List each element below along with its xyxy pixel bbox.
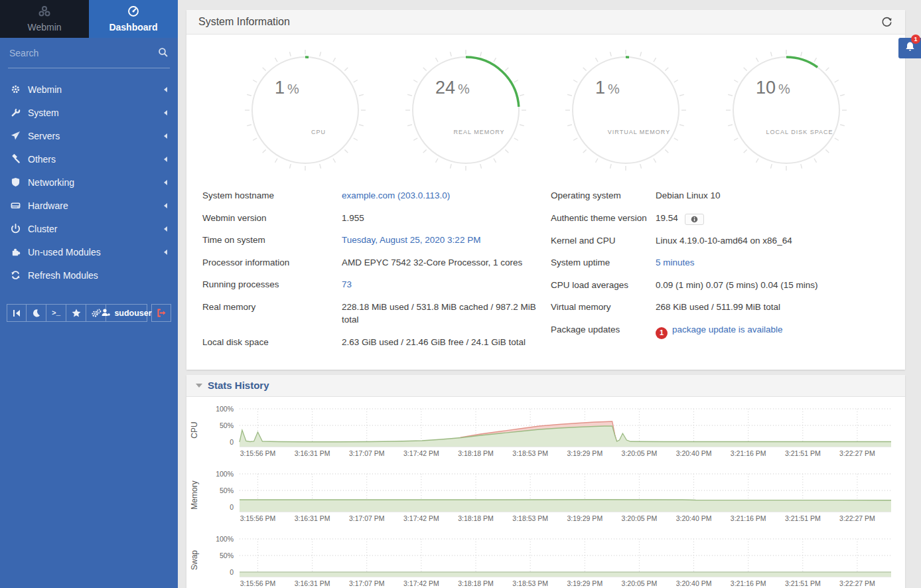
refresh-page-icon[interactable] xyxy=(881,16,893,29)
username-label: sudouser xyxy=(114,309,151,318)
stats-history-title[interactable]: Stats History xyxy=(208,380,269,391)
collapse-sidebar-button[interactable] xyxy=(7,304,27,322)
puzzle-icon xyxy=(11,247,28,257)
svg-text:3:20:05 PM: 3:20:05 PM xyxy=(622,514,658,522)
sidebar-item-system[interactable]: System xyxy=(0,101,178,124)
svg-text:3:17:07 PM: 3:17:07 PM xyxy=(349,514,385,522)
svg-text:3:21:16 PM: 3:21:16 PM xyxy=(731,449,766,457)
svg-text:3:22:27 PM: 3:22:27 PM xyxy=(839,579,875,587)
svg-text:LOCAL DISK SPACE: LOCAL DISK SPACE xyxy=(766,129,833,135)
info-value: 1.955 xyxy=(342,212,536,225)
search-input[interactable] xyxy=(8,45,170,61)
svg-text:3:20:05 PM: 3:20:05 PM xyxy=(622,449,658,457)
info-value: 0.09 (1 min) 0.07 (5 mins) 0.04 (15 mins… xyxy=(656,279,892,292)
svg-text:3:22:27 PM: 3:22:27 PM xyxy=(839,514,875,522)
night-mode-button[interactable] xyxy=(27,304,46,322)
svg-text:3:21:51 PM: 3:21:51 PM xyxy=(785,579,821,587)
svg-text:3:18:18 PM: 3:18:18 PM xyxy=(458,579,494,587)
info-value-link[interactable]: 5 minutes xyxy=(656,257,695,267)
sidebar-item-un-used-modules[interactable]: Un-used Modules xyxy=(0,240,178,263)
svg-text:24%: 24% xyxy=(435,78,470,98)
collapse-chevron-icon[interactable] xyxy=(196,384,202,388)
tab-webmin[interactable]: Webmin xyxy=(0,0,89,38)
sidebar-item-hardware[interactable]: Hardware xyxy=(0,194,178,217)
svg-text:Memory: Memory xyxy=(190,480,199,509)
info-row: System hostnameexample.com (203.0.113.0) xyxy=(202,184,536,207)
info-row: Operating systemDebian Linux 10 xyxy=(551,184,892,207)
svg-text:3:16:31 PM: 3:16:31 PM xyxy=(295,514,330,522)
sidebar-item-label: Networking xyxy=(28,177,164,188)
info-value: 268 KiB used / 511.99 MiB total xyxy=(656,301,892,314)
info-row: Running processes73 xyxy=(202,273,536,296)
sidebar-item-label: Servers xyxy=(28,131,164,141)
svg-text:3:21:16 PM: 3:21:16 PM xyxy=(731,514,766,522)
sidebar-item-webmin[interactable]: Webmin xyxy=(0,78,178,101)
sidebar-item-refresh-modules[interactable]: Refresh Modules xyxy=(0,263,178,287)
gavel-icon xyxy=(11,154,28,164)
info-label: Kernel and CPU xyxy=(551,234,656,248)
theme-info-button[interactable] xyxy=(685,214,704,225)
chevron-left-icon xyxy=(164,133,167,139)
user-account-button[interactable]: sudouser xyxy=(106,304,147,322)
chevron-left-icon xyxy=(164,180,167,185)
dashboard-gauge-icon xyxy=(127,5,139,19)
svg-text:100%: 100% xyxy=(216,470,234,478)
info-row: Authentic theme version19.54 xyxy=(551,207,892,230)
gauge-cpu: 1%CPU xyxy=(241,46,370,174)
paper-plane-icon xyxy=(11,131,28,141)
info-row: Package updates1package update is availa… xyxy=(551,319,892,344)
info-value: 2.63 GiB used / 21.46 GiB free / 24.1 Gi… xyxy=(342,336,536,349)
sidebar-item-networking[interactable]: Networking xyxy=(0,171,178,194)
chevron-left-icon xyxy=(164,157,167,162)
info-value-link[interactable]: example.com (203.0.113.0) xyxy=(342,190,450,200)
svg-text:1%: 1% xyxy=(595,78,620,98)
svg-text:3:16:31 PM: 3:16:31 PM xyxy=(295,449,330,457)
info-label: Local disk space xyxy=(202,336,342,349)
sidebar-item-others[interactable]: Others xyxy=(0,147,178,171)
chevron-left-icon xyxy=(164,110,167,115)
info-row: System uptime5 minutes xyxy=(551,252,892,274)
sidebar-item-servers[interactable]: Servers xyxy=(0,124,178,147)
gear-icon xyxy=(11,84,28,94)
tab-dashboard[interactable]: Dashboard xyxy=(89,0,178,38)
info-value-link[interactable]: Tuesday, August 25, 2020 3:22 PM xyxy=(342,235,480,245)
package-count-badge: 1 xyxy=(656,327,668,339)
notification-bell-button[interactable]: 1 xyxy=(898,38,921,58)
info-label: Webmin version xyxy=(202,212,342,225)
wrench-icon xyxy=(11,108,28,117)
svg-text:3:21:51 PM: 3:21:51 PM xyxy=(785,449,821,457)
logout-button[interactable] xyxy=(151,304,171,322)
info-row: Local disk space2.63 GiB used / 21.46 Gi… xyxy=(202,331,536,354)
info-value: Debian Linux 10 xyxy=(656,189,892,202)
svg-text:CPU: CPU xyxy=(311,129,326,135)
sidebar-item-label: Webmin xyxy=(28,84,164,95)
chart-memory: Memory100%50%03:15:56 PM3:16:31 PM3:17:0… xyxy=(188,469,904,531)
info-value: 73 xyxy=(342,278,536,291)
chevron-left-icon xyxy=(164,203,167,208)
sidebar-item-label: Refresh Modules xyxy=(28,270,167,281)
sidebar-item-cluster[interactable]: Cluster xyxy=(0,217,178,240)
info-value-link[interactable]: 73 xyxy=(342,279,352,289)
notification-count-badge: 1 xyxy=(911,35,920,44)
favorites-star-button[interactable] xyxy=(66,304,86,322)
svg-text:0: 0 xyxy=(230,503,234,511)
svg-text:REAL MEMORY: REAL MEMORY xyxy=(453,129,504,135)
info-row: Kernel and CPULinux 4.19.0-10-amd64 on x… xyxy=(551,230,892,252)
search-icon[interactable] xyxy=(158,47,169,60)
gauge-local-disk-space: 10%LOCAL DISK SPACE xyxy=(722,46,851,174)
svg-text:3:19:29 PM: 3:19:29 PM xyxy=(567,514,602,522)
svg-text:Swap: Swap xyxy=(190,550,199,569)
sidebar-item-label: Un-used Modules xyxy=(28,247,164,257)
info-value-link[interactable]: package update is available xyxy=(672,325,783,334)
svg-text:50%: 50% xyxy=(220,421,234,429)
svg-text:VIRTUAL MEMORY: VIRTUAL MEMORY xyxy=(608,129,670,135)
terminal-button[interactable]: >_ xyxy=(46,304,66,322)
system-information-header: System Information xyxy=(186,10,905,35)
svg-text:3:19:29 PM: 3:19:29 PM xyxy=(567,449,602,457)
info-row: Processor informationAMD EPYC 7542 32-Co… xyxy=(202,252,536,274)
refresh-icon xyxy=(11,270,28,280)
svg-text:3:15:56 PM: 3:15:56 PM xyxy=(240,449,276,457)
svg-text:3:18:53 PM: 3:18:53 PM xyxy=(512,514,548,522)
sidebar-tabs: Webmin Dashboard xyxy=(0,0,178,38)
stats-history-card: Stats History CPU100%50%03:15:56 PM3:16:… xyxy=(186,375,905,588)
